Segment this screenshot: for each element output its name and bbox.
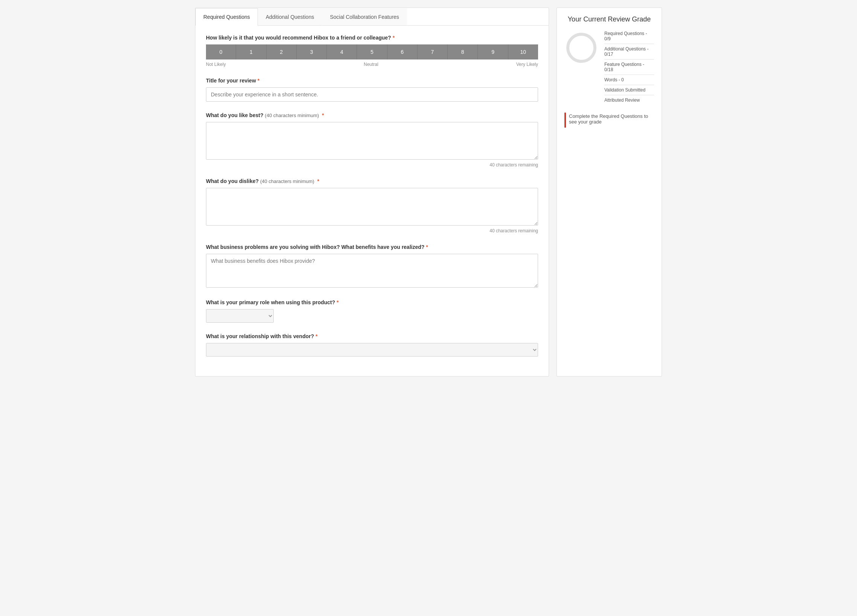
business-problems-textarea[interactable] xyxy=(206,254,538,288)
rating-scale: 0 1 2 3 4 5 6 7 8 9 10 xyxy=(206,45,538,59)
question-7-label: What is your relationship with this vend… xyxy=(206,333,538,339)
sidebar-title: Your Current Review Grade xyxy=(565,15,654,23)
notice-bar xyxy=(565,113,566,128)
circle-svg xyxy=(565,31,598,65)
question-1-label: How likely is it that you would recommen… xyxy=(206,35,538,41)
grade-item-0: Required Questions - 0/9 xyxy=(604,31,654,44)
tab-social[interactable]: Social Collaboration Features xyxy=(322,8,407,26)
rating-0[interactable]: 0 xyxy=(206,45,236,59)
grade-items-list: Required Questions - 0/9 Additional Ques… xyxy=(604,31,654,105)
rating-9[interactable]: 9 xyxy=(478,45,508,59)
tab-additional[interactable]: Additional Questions xyxy=(258,8,322,26)
grade-item-3: Words - 0 xyxy=(604,77,654,85)
tabs-bar: Required Questions Additional Questions … xyxy=(195,8,549,26)
rating-7[interactable]: 7 xyxy=(418,45,448,59)
question-6-label: What is your primary role when using thi… xyxy=(206,299,538,305)
rating-8[interactable]: 8 xyxy=(448,45,478,59)
question-6-block: What is your primary role when using thi… xyxy=(206,299,538,323)
question-1-block: How likely is it that you would recommen… xyxy=(206,35,538,67)
rating-2[interactable]: 2 xyxy=(267,45,297,59)
form-content: How likely is it that you would recommen… xyxy=(195,26,549,376)
notice-block: Complete the Required Questions to see y… xyxy=(565,113,654,128)
question-5-block: What business problems are you solving w… xyxy=(206,244,538,289)
grade-circle xyxy=(565,31,598,105)
rating-5[interactable]: 5 xyxy=(357,45,387,59)
question-4-label: What do you dislike? (40 characters mini… xyxy=(206,178,538,184)
dislike-textarea[interactable] xyxy=(206,188,538,226)
sidebar: Your Current Review Grade Required Quest… xyxy=(557,8,662,376)
question-3-block: What do you like best? (40 characters mi… xyxy=(206,112,538,167)
question-2-label: Title for your review* xyxy=(206,77,538,84)
question-2-block: Title for your review* xyxy=(206,77,538,102)
rating-6[interactable]: 6 xyxy=(387,45,418,59)
tab-required[interactable]: Required Questions xyxy=(195,8,258,26)
question-3-label: What do you like best? (40 characters mi… xyxy=(206,112,538,118)
question-5-label: What business problems are you solving w… xyxy=(206,244,538,250)
grade-item-1: Additional Questions - 0/17 xyxy=(604,46,654,59)
grade-item-2: Feature Questions - 0/18 xyxy=(604,62,654,75)
main-panel: Required Questions Additional Questions … xyxy=(195,8,549,376)
grade-item-4: Validation Submitted xyxy=(604,87,654,95)
rating-4[interactable]: 4 xyxy=(327,45,357,59)
like-best-textarea[interactable] xyxy=(206,122,538,159)
svg-point-0 xyxy=(568,34,595,61)
dislike-char-count: 40 characters remaining xyxy=(206,228,538,234)
rating-3[interactable]: 3 xyxy=(297,45,327,59)
notice-text: Complete the Required Questions to see y… xyxy=(569,113,654,125)
grade-item-5: Attributed Review xyxy=(604,98,654,105)
rating-1[interactable]: 1 xyxy=(236,45,266,59)
vendor-relationship-select[interactable] xyxy=(206,343,538,357)
question-7-block: What is your relationship with this vend… xyxy=(206,333,538,357)
question-4-block: What do you dislike? (40 characters mini… xyxy=(206,178,538,234)
primary-role-select[interactable] xyxy=(206,309,274,323)
rating-10[interactable]: 10 xyxy=(508,45,538,59)
grade-overview: Required Questions - 0/9 Additional Ques… xyxy=(565,31,654,105)
title-input[interactable] xyxy=(206,87,538,102)
rating-labels: Not Likely Neutral Very Likely xyxy=(206,62,538,67)
like-best-char-count: 40 characters remaining xyxy=(206,162,538,167)
